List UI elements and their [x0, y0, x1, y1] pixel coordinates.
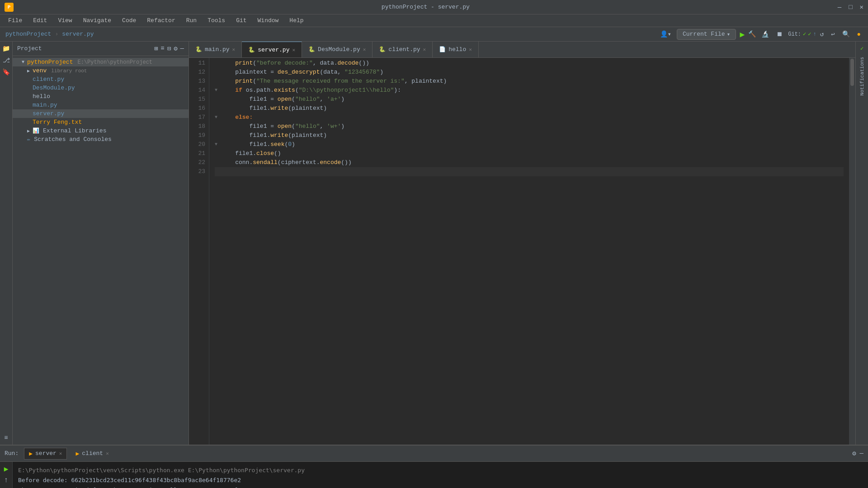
tab-icon-server: 🐍 [248, 47, 255, 53]
breadcrumb-file[interactable]: server.py [62, 31, 94, 38]
sidebar-project-icon[interactable]: 📁 [1, 43, 11, 53]
tree-item-hello[interactable]: hello [13, 92, 189, 101]
tree-path: E:\Python\pythonProject [77, 59, 152, 66]
project-tree: ▼ pythonProject E:\Python\pythonProject … [13, 56, 189, 445]
scroll-up-button[interactable]: ↑ [4, 476, 9, 484]
fold-icon-17[interactable]: ▼ [215, 113, 220, 122]
breadcrumb-project[interactable]: pythonProject [5, 31, 51, 38]
git-push-icon[interactable]: ↑ [813, 31, 816, 38]
current-file-label: Current File [683, 31, 725, 38]
tree-item-root[interactable]: ▼ pythonProject E:\Python\pythonProject [13, 58, 189, 66]
menu-item-git[interactable]: Git [231, 16, 251, 25]
play-button[interactable]: ▶ [4, 465, 9, 474]
run-tab-client-close[interactable]: ✕ [106, 450, 109, 456]
build-button[interactable]: 🔨 [748, 30, 756, 38]
menu-item-window[interactable]: Window [253, 16, 283, 25]
code-line-22: conn.sendall(ciphertext.encode()) [215, 158, 844, 167]
tab-server[interactable]: 🐍 server.py ✕ [242, 42, 302, 57]
run-tab-client[interactable]: ▶ client ✕ [71, 448, 113, 460]
editor-scrollbar[interactable] [849, 58, 855, 445]
tab-client[interactable]: 🐍 client.py ✕ [373, 42, 433, 57]
code-line-12: plaintext = des_descrypt(data, "12345678… [215, 68, 844, 77]
menu-item-refactor[interactable]: Refactor [142, 16, 179, 25]
tree-item-venv[interactable]: ▶ venv library root [13, 66, 189, 75]
title-bar: P pythonProject - server.py — □ ✕ [0, 0, 868, 14]
tree-item-terry[interactable]: Terry Feng.txt [13, 118, 189, 127]
code-editor: 11 12 13 14 15 16 17 18 19 20 21 22 23 p… [189, 58, 855, 445]
git-update-icon[interactable]: ↺ [818, 30, 826, 38]
close-button[interactable]: ✕ [860, 3, 863, 11]
code-line-15: file1 = open("hello", 'a+') [215, 95, 844, 104]
tab-close-main[interactable]: ✕ [232, 47, 236, 52]
tab-hello[interactable]: 📄 hello ✕ [433, 42, 479, 57]
filter-button[interactable]: ⊟ [167, 45, 171, 52]
settings-icon[interactable]: ⚙ [174, 45, 177, 52]
tree-label-hello: hello [33, 93, 50, 100]
run-settings-icon[interactable]: ⚙ [852, 450, 856, 457]
tree-label-extlibs: External Libraries [43, 127, 106, 134]
coverage-button[interactable]: 🔬 [760, 30, 771, 38]
tab-close-client[interactable]: ✕ [423, 47, 426, 52]
menu-item-help[interactable]: Help [285, 16, 308, 25]
tab-label-desmodule: DesModule.py [318, 46, 360, 53]
tree-venv-suffix: library root [51, 68, 87, 74]
tree-item-extlibs[interactable]: ▶ 📊 External Libraries [13, 127, 189, 135]
code-content[interactable]: print("before decode:", data.decode()) p… [209, 58, 849, 445]
tree-label-root: pythonProject [27, 59, 73, 66]
tree-item-scratches[interactable]: ✏ Scratches and Consoles [13, 135, 189, 144]
tab-close-server[interactable]: ✕ [292, 47, 295, 53]
run-label: Run: [5, 450, 19, 457]
tab-desmodule[interactable]: 🐍 DesModule.py ✕ [302, 42, 373, 57]
run-tabs-header: Run: ▶ server ✕ ▶ client ✕ ⚙ — [0, 446, 868, 462]
run-button[interactable]: ▶ [740, 29, 745, 39]
git-status: Git: ✓ ✓ ↑ ↺ [788, 30, 826, 38]
run-tabs-right: ⚙ — [852, 450, 863, 457]
current-file-button[interactable]: Current File ▾ [677, 29, 736, 40]
scrollbar-thumb[interactable] [850, 59, 854, 86]
hide-panel-button[interactable]: — [180, 45, 184, 52]
sidebar-bookmarks-icon[interactable]: 🔖 [1, 67, 11, 77]
tab-icon-desmodule: 🐍 [308, 46, 315, 53]
menu-item-edit[interactable]: Edit [28, 16, 52, 25]
notification-check-icon[interactable]: ✓ [857, 43, 867, 53]
menu-bar: FileEditViewNavigateCodeRefactorRunTools… [0, 14, 868, 27]
menu-item-file[interactable]: File [4, 16, 27, 25]
undo-button[interactable]: ↩ [829, 30, 836, 38]
main-area: 📁 ⎇ 🔖 ≡ Project ⊞ ≡ ⊟ ⚙ — ▼ pythonProjec… [0, 42, 868, 445]
tree-item-server[interactable]: server.py [13, 109, 189, 118]
run-tab-server[interactable]: ▶ server ✕ [24, 448, 67, 460]
tab-close-desmodule[interactable]: ✕ [363, 47, 366, 52]
maximize-button[interactable]: □ [849, 4, 852, 11]
code-line-18: file1 = open("hello", 'w+') [215, 122, 844, 131]
breadcrumb-separator: › [55, 31, 58, 38]
search-icon[interactable]: 🔍 [840, 30, 852, 38]
user-icon[interactable]: 👤▾ [658, 30, 673, 38]
window-title: pythonProject - server.py [382, 4, 470, 10]
tree-item-client[interactable]: client.py [13, 75, 189, 84]
menu-item-tools[interactable]: Tools [203, 16, 230, 25]
tree-item-main[interactable]: main.py [13, 101, 189, 109]
sidebar-structure-icon[interactable]: ≡ [1, 433, 11, 443]
code-line-23[interactable] [215, 167, 844, 176]
sidebar-commit-icon[interactable]: ⎇ [1, 55, 11, 65]
fold-icon-20[interactable]: ▼ [215, 140, 220, 149]
fold-icon-14[interactable]: ▼ [215, 86, 220, 95]
tree-label-scratches: Scratches and Consoles [34, 136, 112, 143]
tab-main[interactable]: 🐍 main.py ✕ [189, 42, 242, 57]
notifications-label[interactable]: Notifications [859, 57, 865, 96]
tab-close-hello[interactable]: ✕ [469, 47, 472, 52]
menu-item-run[interactable]: Run [182, 16, 201, 25]
menu-item-code[interactable]: Code [118, 16, 141, 25]
menu-item-view[interactable]: View [53, 16, 76, 25]
collapse-button[interactable]: ≡ [160, 45, 164, 52]
run-tab-server-close[interactable]: ✕ [59, 450, 62, 456]
tree-item-desmodule[interactable]: DesModule.py [13, 84, 189, 92]
menu-item-navigate[interactable]: Navigate [79, 16, 116, 25]
minimize-button[interactable]: — [838, 4, 841, 11]
profile-icon[interactable]: ● [855, 31, 863, 38]
stop-button[interactable]: ⏹ [774, 31, 784, 38]
expand-all-button[interactable]: ⊞ [154, 45, 158, 52]
console-line-3: The message received from the server is:… [18, 485, 863, 488]
run-hide-button[interactable]: — [860, 450, 863, 457]
code-line-19: file1.write(plaintext) [215, 131, 844, 140]
